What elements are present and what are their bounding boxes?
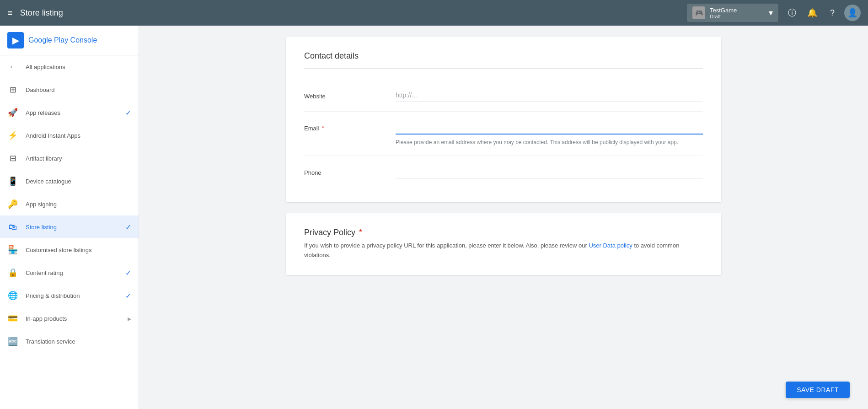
back-icon: ← — [7, 61, 18, 72]
page-title: Store listing — [20, 8, 687, 18]
phone-input[interactable] — [396, 165, 703, 178]
website-row: Website — [304, 80, 703, 112]
sidebar-item-app-releases[interactable]: 🚀App releases✓ — [0, 101, 139, 124]
privacy-policy-card: Privacy Policy * If you wish to provide … — [286, 213, 721, 275]
avatar-button[interactable]: 👤 — [844, 5, 861, 21]
website-input[interactable] — [396, 89, 703, 102]
privacy-policy-title: Privacy Policy * — [304, 228, 703, 237]
sidebar-label-app-signing: App signing — [26, 201, 131, 208]
email-row: Email * Please provide an email address … — [304, 112, 703, 156]
sidebar-back-label: All applications — [26, 64, 131, 70]
sidebar-item-device-catalogue[interactable]: 📱Device catalogue — [0, 170, 139, 193]
info-icon-button[interactable]: ⓘ — [784, 5, 800, 21]
sidebar-label-content-rating: Content rating — [26, 269, 125, 276]
sidebar-item-store-listing[interactable]: 🛍Store listing✓ — [0, 215, 139, 238]
sidebar-item-customised-listings[interactable]: 🏪Customised store listings — [0, 238, 139, 261]
pricing-distribution-icon: 🌐 — [7, 290, 18, 301]
translation-service-icon: 🔤 — [7, 336, 18, 347]
app-selector[interactable]: 🎮 TestGame Draft ▾ — [687, 4, 778, 22]
sidebar-label-in-app-products: In-app products — [26, 315, 128, 322]
sidebar-logo: ▶ Google Play Console — [0, 26, 139, 55]
check-icon-pricing-distribution: ✓ — [125, 291, 131, 300]
phone-input-col — [396, 165, 703, 178]
check-icon-store-listing: ✓ — [125, 223, 131, 231]
phone-row: Phone — [304, 156, 703, 188]
sidebar-label-pricing-distribution: Pricing & distribution — [26, 292, 125, 299]
sidebar-item-artifact-library[interactable]: ⊟Artifact library — [0, 147, 139, 170]
email-input[interactable] — [396, 121, 703, 135]
in-app-products-icon: 💳 — [7, 313, 18, 324]
email-input-col: Please provide an email address where yo… — [396, 121, 703, 146]
store-listing-icon: 🛍 — [7, 221, 18, 232]
sidebar-label-device-catalogue: Device catalogue — [26, 178, 131, 185]
sidebar-label-customised-listings: Customised store listings — [26, 247, 131, 253]
save-draft-button[interactable]: SAVE DRAFT — [786, 382, 850, 398]
device-catalogue-icon: 📱 — [7, 176, 18, 187]
sidebar-label-dashboard: Dashboard — [26, 86, 131, 93]
sidebar-item-content-rating[interactable]: 🔒Content rating✓ — [0, 261, 139, 284]
sidebar-item-dashboard[interactable]: ⊞Dashboard — [0, 78, 139, 101]
sidebar-item-android-instant[interactable]: ⚡Android Instant Apps — [0, 124, 139, 147]
phone-label-col: Phone — [304, 165, 396, 176]
main-layout: ▶ Google Play Console ← All applications… — [0, 26, 868, 409]
notification-icon-button[interactable]: 🔔 — [804, 5, 820, 21]
app-name: TestGame — [710, 7, 765, 14]
sidebar-label-android-instant: Android Instant Apps — [26, 132, 131, 139]
hamburger-icon[interactable]: ≡ — [7, 8, 13, 18]
top-header: ≡ Store listing 🎮 TestGame Draft ▾ ⓘ 🔔 ?… — [0, 0, 868, 26]
android-instant-icon: ⚡ — [7, 130, 18, 141]
email-hint: Please provide an email address where yo… — [396, 138, 703, 146]
app-status: Draft — [710, 14, 765, 19]
logo-icon: ▶ — [7, 32, 24, 48]
dropdown-arrow-icon: ▾ — [769, 8, 773, 18]
expand-icon-in-app-products: ▸ — [128, 314, 131, 323]
content-rating-icon: 🔒 — [7, 267, 18, 278]
sidebar-item-pricing-distribution[interactable]: 🌐Pricing & distribution✓ — [0, 284, 139, 307]
sidebar-label-translation-service: Translation service — [26, 338, 131, 345]
sidebar-item-in-app-products[interactable]: 💳In-app products▸ — [0, 307, 139, 330]
help-icon-button[interactable]: ? — [824, 5, 841, 21]
contact-details-title: Contact details — [304, 51, 703, 69]
sidebar-item-back[interactable]: ← All applications — [0, 55, 139, 78]
app-icon: 🎮 — [692, 6, 705, 19]
sidebar-label-store-listing: Store listing — [26, 224, 125, 231]
sidebar: ▶ Google Play Console ← All applications… — [0, 26, 139, 409]
app-info: TestGame Draft — [710, 7, 765, 19]
dashboard-icon: ⊞ — [7, 84, 18, 95]
sidebar-label-app-releases: App releases — [26, 109, 125, 116]
privacy-policy-desc: If you wish to provide a privacy policy … — [304, 241, 703, 260]
app-signing-icon: 🔑 — [7, 199, 18, 210]
logo-text: Google Play Console — [28, 36, 97, 44]
email-label: Email — [304, 125, 319, 132]
sidebar-item-app-signing[interactable]: 🔑App signing — [0, 193, 139, 215]
user-data-policy-link[interactable]: User Data policy — [589, 242, 632, 249]
email-label-col: Email * — [304, 121, 396, 132]
website-label-col: Website — [304, 89, 396, 100]
website-input-col — [396, 89, 703, 102]
website-label: Website — [304, 93, 326, 100]
app-releases-icon: 🚀 — [7, 107, 18, 118]
content-area: Contact details Website Email * — [139, 26, 868, 409]
phone-label: Phone — [304, 169, 321, 176]
artifact-library-icon: ⊟ — [7, 153, 18, 164]
check-icon-app-releases: ✓ — [125, 108, 131, 117]
customised-listings-icon: 🏪 — [7, 244, 18, 255]
privacy-required-star: * — [359, 228, 362, 237]
content-inner: Contact details Website Email * — [275, 26, 732, 312]
sidebar-label-artifact-library: Artifact library — [26, 155, 131, 162]
email-required-star: * — [321, 124, 324, 132]
contact-details-card: Contact details Website Email * — [286, 37, 721, 202]
sidebar-item-translation-service[interactable]: 🔤Translation service — [0, 330, 139, 353]
check-icon-content-rating: ✓ — [125, 269, 131, 277]
header-icons: ⓘ 🔔 ? 👤 — [784, 5, 861, 21]
